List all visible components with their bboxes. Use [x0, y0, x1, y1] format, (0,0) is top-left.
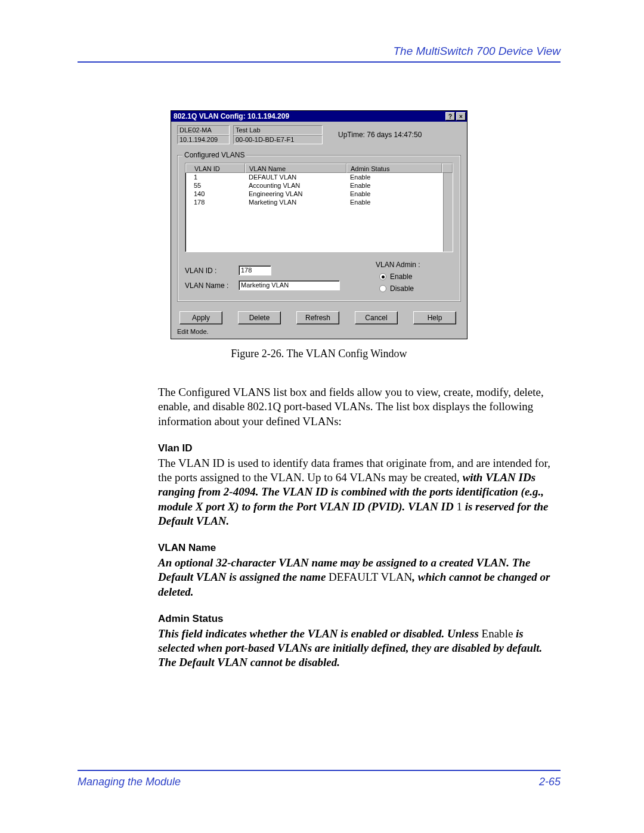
vlan-id-input[interactable]: 178	[239, 265, 271, 275]
vlan-admin-label: VLAN Admin :	[376, 261, 453, 269]
list-scrollbar[interactable]	[443, 173, 453, 252]
section-vlan-id-heading: Vlan ID	[158, 442, 561, 455]
col-spacer	[442, 163, 453, 173]
header-rule	[78, 61, 561, 63]
intro-paragraph: The Configured VLANS list box and fields…	[158, 385, 561, 429]
section-vlan-name-heading: VLAN Name	[158, 541, 561, 555]
page-footer: Managing the Module 2-65	[78, 770, 561, 788]
page-header: The MultiSwitch 700 Device View	[78, 45, 561, 61]
section-vlan-id-body: The VLAN ID is used to identify data fra…	[158, 456, 561, 529]
uptime-label: UpTime: 76 days 14:47:50	[338, 131, 422, 139]
radio-disable[interactable]: Disable	[379, 284, 453, 293]
device-ip-field: 10.1.194.209	[177, 135, 230, 144]
radio-dot-icon	[379, 285, 386, 292]
col-admin-status[interactable]: Admin Status	[346, 163, 442, 173]
section-admin-status-heading: Admin Status	[158, 612, 561, 625]
help-button[interactable]: ?	[445, 112, 455, 120]
apply-button[interactable]: Apply	[179, 311, 222, 324]
close-button[interactable]: ×	[456, 112, 466, 120]
vlan-config-window: 802.1Q VLAN Config: 10.1.194.209 ? × DLE…	[171, 110, 467, 339]
footer-left: Managing the Module	[78, 776, 181, 788]
vlan-name-label: VLAN Name :	[185, 281, 239, 290]
location-field: Test Lab	[233, 125, 323, 135]
radio-dot-icon	[379, 273, 386, 280]
cancel-button[interactable]: Cancel	[355, 311, 398, 324]
mac-field: 00-00-1D-BD-E7-F1	[233, 135, 323, 144]
window-title: 802.1Q VLAN Config: 10.1.194.209	[174, 112, 289, 120]
footer-page-number: 2-65	[539, 776, 561, 788]
window-titlebar: 802.1Q VLAN Config: 10.1.194.209 ? ×	[171, 111, 467, 122]
configured-vlans-group: Configured VLANS VLAN ID VLAN Name Admin…	[177, 155, 461, 302]
radio-enable[interactable]: Enable	[379, 272, 453, 281]
delete-button[interactable]: Delete	[238, 311, 281, 324]
vlan-id-label: VLAN ID :	[185, 267, 239, 275]
figure-caption: Figure 2-26. The VLAN Config Window	[78, 348, 561, 360]
section-vlan-name-body: An optional 32-character VLAN name may b…	[158, 556, 561, 599]
group-legend: Configured VLANS	[182, 151, 246, 159]
list-header: VLAN ID VLAN Name Admin Status	[185, 163, 453, 173]
help-button[interactable]: Help	[413, 311, 456, 324]
vlan-listbox[interactable]: VLAN ID VLAN Name Admin Status 1 DEFAULT…	[185, 163, 453, 252]
col-vlan-name[interactable]: VLAN Name	[245, 163, 346, 173]
col-vlan-id[interactable]: VLAN ID	[185, 163, 245, 173]
device-name-field: DLE02-MA	[177, 125, 230, 135]
vlan-name-input[interactable]: Marketing VLAN	[239, 280, 340, 290]
body-text: The Configured VLANS list box and fields…	[158, 385, 561, 670]
list-item[interactable]: 178 Marketing VLAN Enable	[185, 198, 453, 206]
list-item[interactable]: 55 Accounting VLAN Enable	[185, 181, 453, 190]
section-admin-status-body: This field indicates whether the VLAN is…	[158, 627, 561, 670]
list-item[interactable]: 140 Engineering VLAN Enable	[185, 190, 453, 198]
status-text: Edit Mode.	[177, 328, 461, 335]
refresh-button[interactable]: Refresh	[296, 311, 339, 324]
list-item[interactable]: 1 DEFAULT VLAN Enable	[185, 173, 453, 181]
